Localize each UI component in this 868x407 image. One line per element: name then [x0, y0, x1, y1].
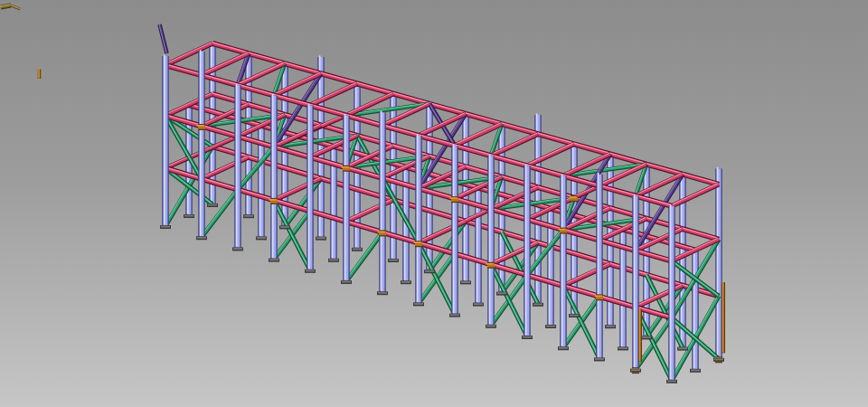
beam[interactable]: [501, 175, 538, 187]
gusset-plate[interactable]: [197, 126, 205, 128]
gusset-plate[interactable]: [450, 198, 458, 200]
beam[interactable]: [345, 114, 382, 126]
beam[interactable]: [646, 163, 683, 174]
gusset-plate[interactable]: [486, 264, 495, 266]
beam[interactable]: [573, 252, 610, 264]
gusset-plate[interactable]: [269, 200, 278, 202]
column[interactable]: [418, 134, 419, 303]
beam[interactable]: [609, 207, 646, 219]
gusset-plate[interactable]: [595, 296, 603, 298]
gusset-plate[interactable]: [378, 232, 386, 233]
beam[interactable]: [237, 188, 274, 200]
beam[interactable]: [609, 153, 646, 165]
beam[interactable]: [320, 72, 357, 83]
beam[interactable]: [273, 146, 310, 157]
cad-viewport[interactable]: [0, 0, 868, 407]
beam[interactable]: [345, 221, 382, 232]
beam[interactable]: [599, 239, 636, 251]
column[interactable]: [671, 204, 672, 381]
beam[interactable]: [248, 103, 285, 115]
column[interactable]: [201, 50, 202, 237]
beam[interactable]: [201, 74, 238, 86]
gusset-plate[interactable]: [342, 167, 350, 169]
beam[interactable]: [212, 93, 249, 105]
transverse-beam[interactable]: [526, 143, 574, 166]
column[interactable]: [382, 111, 382, 293]
gusset-plate[interactable]: [570, 197, 578, 199]
beam[interactable]: [418, 187, 455, 199]
beam[interactable]: [682, 228, 719, 240]
column[interactable]: [237, 84, 238, 249]
column[interactable]: [635, 194, 636, 370]
column[interactable]: [345, 114, 346, 281]
beam[interactable]: [248, 52, 285, 64]
stray-part-top-left-arm[interactable]: [11, 5, 20, 10]
beam[interactable]: [309, 104, 346, 116]
beam[interactable]: [490, 208, 527, 220]
gusset-plate[interactable]: [414, 242, 422, 244]
beam[interactable]: [490, 155, 527, 166]
beam[interactable]: [320, 177, 357, 189]
beam[interactable]: [465, 166, 502, 177]
beam[interactable]: [537, 241, 574, 253]
column[interactable]: [718, 167, 719, 359]
beam[interactable]: [212, 43, 249, 53]
beam[interactable]: [562, 229, 599, 241]
column[interactable]: [562, 175, 563, 347]
transverse-beam[interactable]: [201, 156, 249, 179]
brace[interactable]: [345, 232, 382, 281]
beam[interactable]: [429, 210, 466, 222]
beam[interactable]: [382, 125, 419, 136]
beam[interactable]: [526, 165, 563, 176]
stray-part-top-left[interactable]: [0, 5, 11, 7]
transverse-beam[interactable]: [345, 199, 393, 222]
column[interactable]: [454, 144, 455, 314]
brace[interactable]: [237, 146, 274, 189]
column[interactable]: [526, 165, 527, 336]
beam[interactable]: [201, 125, 238, 137]
beam[interactable]: [573, 143, 610, 155]
transverse-beam[interactable]: [671, 184, 719, 206]
beam[interactable]: [165, 64, 202, 75]
beam[interactable]: [454, 145, 491, 156]
beam[interactable]: [454, 197, 491, 209]
leaning-purple-member[interactable]: [159, 24, 167, 53]
brace[interactable]: [201, 189, 238, 238]
column[interactable]: [694, 249, 695, 370]
beam[interactable]: [501, 123, 538, 135]
transverse-beam[interactable]: [309, 82, 357, 105]
beam[interactable]: [284, 166, 321, 178]
transverse-beam[interactable]: [562, 263, 610, 286]
beam[interactable]: [526, 274, 563, 286]
column[interactable]: [599, 173, 599, 358]
column[interactable]: [165, 54, 165, 226]
beam[interactable]: [599, 185, 636, 195]
beam[interactable]: [537, 133, 574, 144]
beam[interactable]: [465, 220, 502, 232]
column[interactable]: [320, 55, 321, 237]
beam[interactable]: [237, 136, 274, 147]
orange-strip[interactable]: [639, 308, 640, 362]
beam[interactable]: [454, 252, 491, 264]
column[interactable]: [490, 155, 491, 326]
stray-part-left-orange[interactable]: [39, 69, 40, 79]
transverse-beam[interactable]: [165, 43, 212, 65]
beam[interactable]: [392, 92, 429, 104]
beam[interactable]: [635, 250, 672, 261]
column[interactable]: [273, 94, 274, 260]
gusset-plate[interactable]: [559, 230, 567, 232]
beam[interactable]: [465, 113, 502, 125]
beam[interactable]: [682, 173, 719, 184]
beam[interactable]: [537, 186, 574, 198]
beam[interactable]: [392, 145, 429, 156]
column[interactable]: [309, 104, 310, 270]
beam[interactable]: [609, 263, 646, 275]
beam[interactable]: [309, 210, 346, 222]
orange-strip[interactable]: [722, 281, 723, 353]
beam[interactable]: [284, 62, 321, 74]
beam[interactable]: [526, 218, 563, 230]
beam[interactable]: [309, 156, 346, 168]
beam[interactable]: [599, 296, 636, 308]
beam[interactable]: [237, 84, 274, 96]
beam[interactable]: [201, 178, 238, 190]
